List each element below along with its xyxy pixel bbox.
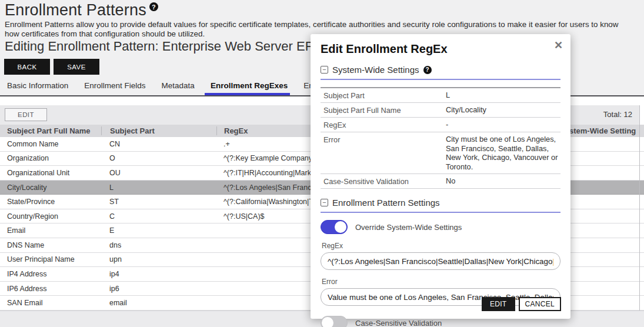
- cell-full-name: State/Province: [0, 198, 101, 206]
- cell-full-name: City/Locality: [0, 183, 101, 192]
- cell-subject-part: E: [101, 226, 216, 235]
- save-button[interactable]: SAVE: [54, 59, 99, 75]
- cell-subject-part: OU: [101, 169, 216, 177]
- cell-full-name: SAN Email: [0, 299, 101, 307]
- tab-metadata[interactable]: Metadata: [161, 81, 196, 95]
- back-button[interactable]: BACK: [4, 59, 50, 75]
- system-wide-table: Subject Part L Subject Part Full Name Ci…: [321, 87, 560, 189]
- modal-edit-button[interactable]: EDIT: [482, 297, 515, 311]
- system-wide-row-label: Error: [323, 135, 446, 144]
- error-field-label: Error: [322, 278, 560, 286]
- system-wide-row: RegEx -: [321, 118, 560, 132]
- modal-cancel-button[interactable]: CANCEL: [519, 297, 561, 311]
- toggle-knob: [322, 317, 333, 327]
- system-wide-row-label: RegEx: [323, 120, 446, 129]
- system-wide-row-value: L: [446, 91, 558, 100]
- override-system-wide-toggle[interactable]: [321, 220, 348, 234]
- enrollment-pattern-settings-title: Enrollment Pattern Settings: [332, 198, 440, 208]
- section-divider: [321, 212, 560, 213]
- system-wide-row: Case-Sensitive Validation No: [321, 174, 560, 189]
- system-wide-row-label: Case-Sensitive Validation: [323, 176, 446, 186]
- cell-full-name: Country/Region: [0, 212, 101, 221]
- system-wide-row-value: No: [446, 176, 558, 186]
- cell-full-name: Organization: [0, 154, 101, 162]
- case-sensitive-toggle[interactable]: [321, 316, 348, 327]
- cell-full-name: IP4 Address: [0, 270, 101, 278]
- system-wide-row-value: -: [446, 120, 558, 129]
- cell-subject-part: upn: [101, 255, 216, 263]
- editing-heading: Editing Enrollment Pattern: Enterprise W…: [5, 39, 321, 54]
- cell-subject-part: CN: [101, 140, 216, 148]
- tab-basic-information[interactable]: Basic Information: [6, 81, 69, 95]
- override-toggle-label: Override System-Wide Settings: [355, 223, 462, 232]
- toggle-knob: [335, 221, 346, 233]
- total-count: Total: 12: [603, 110, 632, 119]
- cell-subject-part: O: [101, 154, 216, 162]
- column-separator: [639, 105, 640, 311]
- table-edit-button[interactable]: EDIT: [5, 108, 47, 121]
- tab-enrollment-fields[interactable]: Enrollment Fields: [83, 81, 146, 95]
- column-system-wide-setting[interactable]: stem-Wide Setting: [569, 126, 636, 135]
- regex-input[interactable]: [321, 252, 560, 270]
- cell-subject-part: ST: [101, 198, 216, 206]
- tab-enrollment-regexes[interactable]: Enrollment RegExes: [209, 81, 289, 95]
- cell-full-name: IP6 Address: [0, 285, 101, 293]
- system-wide-row: Subject Part L: [321, 88, 560, 103]
- case-toggle-label: Case-Sensitive Validation: [355, 319, 442, 327]
- system-wide-row: Error City must be one of Los Angeles, S…: [321, 132, 560, 174]
- system-wide-row-label: Subject Part: [323, 91, 446, 100]
- cell-subject-part: ip6: [101, 285, 216, 293]
- page-title: Enrollment Patterns: [5, 1, 146, 19]
- column-subject-part[interactable]: Subject Part: [101, 126, 216, 135]
- cell-full-name: Organizational Unit: [0, 169, 101, 177]
- cell-subject-part: L: [101, 183, 216, 192]
- system-wide-help-icon[interactable]: ?: [423, 66, 432, 74]
- section-divider: [321, 79, 560, 80]
- close-icon[interactable]: ✕: [554, 40, 563, 51]
- column-subject-part-full-name[interactable]: Subject Part Full Name: [0, 126, 101, 135]
- cell-full-name: Email: [0, 226, 101, 235]
- collapse-icon[interactable]: −: [321, 199, 328, 206]
- cell-subject-part: C: [101, 212, 216, 221]
- system-wide-row: Subject Part Full Name City/Locality: [321, 103, 560, 118]
- cell-subject-part: ip4: [101, 270, 216, 278]
- cell-subject-part: email: [101, 299, 216, 307]
- system-wide-row-value: City/Locality: [446, 105, 558, 115]
- cell-full-name: DNS Name: [0, 241, 101, 249]
- cell-subject-part: dns: [101, 241, 216, 249]
- cell-full-name: User Principal Name: [0, 255, 101, 263]
- collapse-icon[interactable]: −: [321, 66, 328, 74]
- page-help-icon[interactable]: ?: [149, 2, 158, 11]
- modal-title: Edit Enrollment RegEx: [321, 42, 560, 56]
- cell-full-name: Common Name: [0, 140, 101, 148]
- system-wide-settings-title: System-Wide Settings: [332, 65, 419, 75]
- system-wide-row-label: Subject Part Full Name: [323, 105, 446, 115]
- edit-enrollment-regex-modal: Edit Enrollment RegEx ✕ − System-Wide Se…: [311, 34, 570, 319]
- regex-field-label: RegEx: [322, 242, 560, 250]
- tab-bar: Basic InformationEnrollment FieldsMetada…: [6, 81, 355, 95]
- system-wide-row-value: City must be one of Los Angeles, San Fra…: [446, 135, 558, 171]
